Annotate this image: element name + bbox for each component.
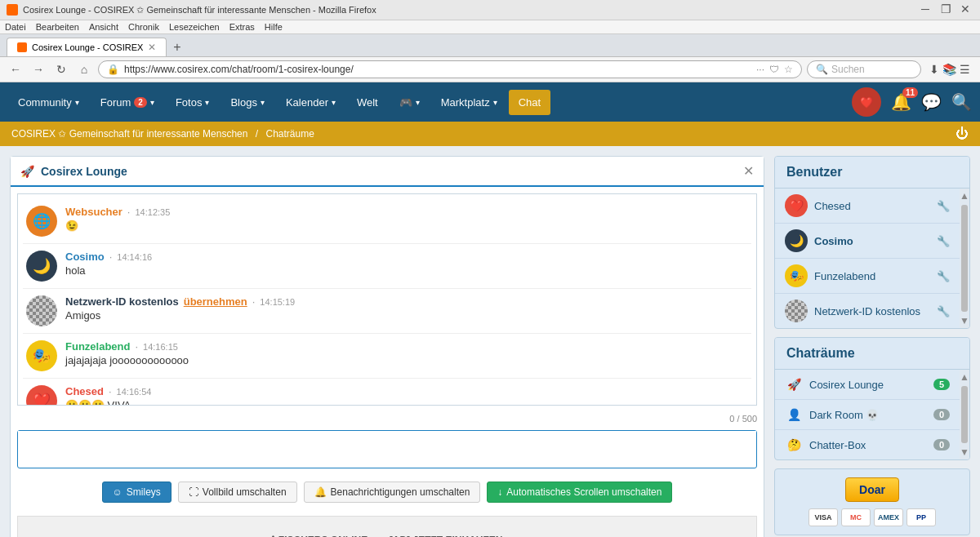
- message-input[interactable]: [18, 431, 756, 465]
- toolbar-btn-smileys[interactable]: ☺ Smileys: [102, 482, 172, 503]
- chat-messages[interactable]: 🌐 Websucher·14:12:35 😉 🌙 Cosimo·14:14:16…: [17, 193, 757, 406]
- user-avatar: 🎭: [785, 264, 808, 287]
- bookmark-icon[interactable]: ☆: [784, 64, 793, 75]
- nav-item-welt[interactable]: Welt: [347, 90, 388, 115]
- home-button[interactable]: ⌂: [75, 60, 93, 78]
- menu-item-bearbeiten[interactable]: Bearbeiten: [36, 22, 79, 32]
- user-avatar: [785, 300, 808, 322]
- message-time: 14:16:54: [117, 387, 152, 397]
- library-icon[interactable]: 📚: [942, 63, 956, 76]
- user-list-item[interactable]: 🎭 Funzelabend 🔧: [775, 259, 960, 294]
- wrench-icon[interactable]: 🔧: [937, 305, 950, 317]
- nav-item-forum[interactable]: Forum 2 ▾: [91, 90, 164, 115]
- room-name: Dark Room 💀: [809, 409, 927, 421]
- scroll-down-icon[interactable]: ▼: [958, 313, 970, 328]
- toolbar-btn-icon: 🔔: [314, 486, 327, 498]
- rooms-scroll-up-icon[interactable]: ▲: [958, 370, 970, 384]
- download-icon[interactable]: ⬇: [929, 63, 939, 76]
- chevron-down-icon: ▾: [332, 98, 336, 107]
- message-username[interactable]: Websucher: [65, 206, 122, 218]
- message-time: 14:15:19: [260, 297, 295, 307]
- breadcrumb-current: Chaträume: [266, 128, 314, 140]
- chat-input-area[interactable]: [17, 430, 757, 468]
- chat-panel-header: 🚀 Cosirex Lounge ✕: [11, 157, 764, 187]
- tab-close-icon[interactable]: ✕: [148, 42, 156, 53]
- message-username[interactable]: Chesed: [65, 385, 104, 397]
- breadcrumb-bar: COSIREX ✩ Gemeinschaft für interessante …: [0, 122, 980, 146]
- chevron-down-icon: ▾: [205, 98, 209, 107]
- message-username[interactable]: Netzwerk-ID kostenlos: [65, 295, 179, 308]
- browser-title: Cosirex Lounge - COSIREX ✩ Gemeinschaft …: [23, 5, 916, 16]
- wrench-icon[interactable]: 🔧: [937, 270, 950, 282]
- menu-item-datei[interactable]: Datei: [5, 22, 26, 32]
- room-list-item[interactable]: 🤔 Chatter-Box 0: [775, 430, 960, 459]
- message-avatar: ❤️: [26, 385, 57, 406]
- menu-item-ansicht[interactable]: Ansicht: [89, 22, 118, 32]
- breadcrumb-separator: /: [256, 128, 258, 140]
- forward-button[interactable]: →: [29, 60, 47, 78]
- nav-item-kalender[interactable]: Kalender ▾: [276, 90, 345, 115]
- minimize-btn[interactable]: ─: [921, 3, 934, 16]
- nav-right-area: ❤️ 🔔11 💬 🔍: [852, 87, 972, 117]
- nav-item---[interactable]: 🎮 ▾: [390, 90, 430, 115]
- lock-icon: 🔒: [107, 64, 119, 75]
- room-list-item[interactable]: 👤 Dark Room 💀 0: [775, 400, 960, 430]
- search-nav-icon[interactable]: 🔍: [951, 92, 972, 112]
- wrench-icon[interactable]: 🔧: [937, 200, 950, 212]
- search-bar[interactable]: 🔍 Suchen: [807, 60, 921, 78]
- user-list-item[interactable]: 🌙 Cosimo 🔧: [775, 224, 960, 259]
- toolbar-btn-vollbild-umschalten[interactable]: ⛶ Vollbild umschalten: [178, 482, 297, 503]
- browser-favicon: [7, 4, 18, 16]
- menu-item-chronik[interactable]: Chronik: [128, 22, 159, 32]
- nav-item-chat[interactable]: Chat: [509, 90, 550, 115]
- room-list-item[interactable]: 🚀 Cosirex Lounge 5: [775, 370, 960, 400]
- ad-banner: ℹ FISCHERS ONLINE [AD] JETZT EINKAUFEN: [17, 516, 757, 537]
- users-card-header: Benutzer: [775, 157, 969, 189]
- new-tab-button[interactable]: +: [168, 38, 185, 56]
- notification-bell[interactable]: 🔔11: [891, 92, 911, 112]
- rooms-scroll-down-icon[interactable]: ▼: [958, 445, 970, 459]
- message-username[interactable]: Cosimo: [65, 251, 105, 263]
- nav-item-blogs[interactable]: Blogs ▾: [220, 90, 274, 115]
- message-time: 14:12:35: [135, 207, 170, 217]
- address-bar[interactable]: 🔒 https://www.cosirex.com/chat/room/1-co…: [98, 60, 802, 78]
- restore-btn[interactable]: ❐: [941, 3, 954, 16]
- reload-button[interactable]: ↻: [52, 60, 70, 78]
- user-list-item[interactable]: Netzwerk-ID kostenlos 🔧: [775, 294, 960, 328]
- back-button[interactable]: ←: [7, 60, 24, 78]
- right-sidebar: Benutzer ❤️ Chesed 🔧 🌙 Cosimo 🔧 🎭 Funzel…: [774, 156, 970, 535]
- toolbar-btn-icon: ↓: [497, 486, 502, 498]
- breadcrumb-home[interactable]: COSIREX ✩ Gemeinschaft für interessante …: [11, 128, 247, 140]
- chevron-down-icon: ▾: [75, 98, 79, 107]
- paypal-donate-button[interactable]: Doar: [845, 477, 899, 502]
- message-avatar: 🌙: [26, 251, 57, 282]
- donate-card: Doar VISA MC AMEX PP: [774, 468, 970, 535]
- active-tab[interactable]: Cosirex Lounge - COSIREX ✕: [7, 38, 167, 56]
- menu-item-extras[interactable]: Extras: [229, 22, 255, 32]
- nav-avatar[interactable]: ❤️: [852, 87, 881, 117]
- user-list-item[interactable]: ❤️ Chesed 🔧: [775, 189, 960, 224]
- message-highlight[interactable]: übernehmen: [184, 295, 247, 308]
- toolbar-btn-benachrichtigungen-umschalten[interactable]: 🔔 Benachrichtigungen umschalten: [304, 482, 481, 503]
- scroll-up-icon[interactable]: ▲: [958, 189, 970, 203]
- power-icon[interactable]: ⏻: [956, 126, 969, 141]
- nav-item-marktplatz[interactable]: Marktplatz ▾: [431, 90, 507, 115]
- chat-message: 🌐 Websucher·14:12:35 😉: [23, 199, 751, 244]
- close-btn[interactable]: ✕: [960, 3, 973, 16]
- message-username[interactable]: Funzelabend: [65, 340, 130, 353]
- toolbar-btn-automatisches-scrollen-umschalten[interactable]: ↓ Automatisches Scrollen umschalten: [487, 482, 672, 503]
- chat-bubble-icon[interactable]: 💬: [921, 92, 942, 112]
- sidebar-toggle-icon[interactable]: ☰: [960, 63, 970, 76]
- menu-item-lesezeichen[interactable]: Lesezeichen: [169, 22, 220, 32]
- chat-panel-close-icon[interactable]: ✕: [743, 163, 754, 179]
- nav-item-community[interactable]: Community ▾: [8, 90, 89, 115]
- more-icon[interactable]: ···: [756, 64, 764, 75]
- url-text: https://www.cosirex.com/chat/room/1-cosi…: [124, 64, 751, 75]
- message-avatar: [26, 295, 57, 326]
- message-text: hola: [65, 264, 748, 277]
- shield-icon[interactable]: 🛡: [769, 64, 779, 75]
- user-name: Funzelabend: [814, 270, 930, 282]
- nav-item-fotos[interactable]: Fotos ▾: [166, 90, 220, 115]
- menu-item-hilfe[interactable]: Hilfe: [265, 22, 283, 32]
- wrench-icon[interactable]: 🔧: [937, 235, 950, 247]
